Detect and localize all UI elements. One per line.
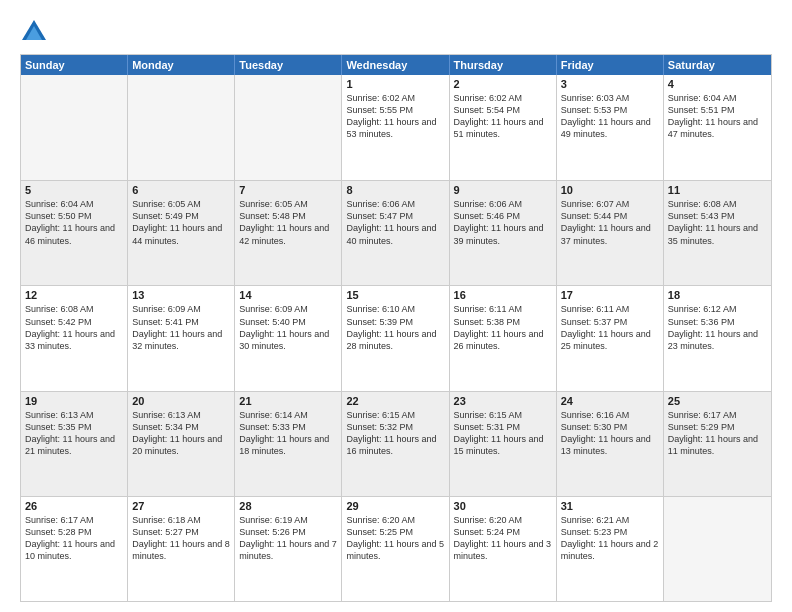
calendar-cell-3-1: 20Sunrise: 6:13 AM Sunset: 5:34 PM Dayli… bbox=[128, 392, 235, 496]
cell-info: Sunrise: 6:04 AM Sunset: 5:50 PM Dayligh… bbox=[25, 198, 123, 247]
header bbox=[20, 18, 772, 46]
day-number: 15 bbox=[346, 289, 444, 301]
calendar-header: SundayMondayTuesdayWednesdayThursdayFrid… bbox=[21, 55, 771, 75]
cell-info: Sunrise: 6:09 AM Sunset: 5:40 PM Dayligh… bbox=[239, 303, 337, 352]
cell-info: Sunrise: 6:18 AM Sunset: 5:27 PM Dayligh… bbox=[132, 514, 230, 563]
day-number: 4 bbox=[668, 78, 767, 90]
cell-info: Sunrise: 6:13 AM Sunset: 5:34 PM Dayligh… bbox=[132, 409, 230, 458]
day-number: 2 bbox=[454, 78, 552, 90]
cell-info: Sunrise: 6:06 AM Sunset: 5:46 PM Dayligh… bbox=[454, 198, 552, 247]
day-number: 22 bbox=[346, 395, 444, 407]
calendar-row-3: 19Sunrise: 6:13 AM Sunset: 5:35 PM Dayli… bbox=[21, 391, 771, 496]
calendar-cell-1-4: 9Sunrise: 6:06 AM Sunset: 5:46 PM Daylig… bbox=[450, 181, 557, 285]
day-number: 6 bbox=[132, 184, 230, 196]
day-number: 10 bbox=[561, 184, 659, 196]
cell-info: Sunrise: 6:08 AM Sunset: 5:43 PM Dayligh… bbox=[668, 198, 767, 247]
calendar-cell-4-4: 30Sunrise: 6:20 AM Sunset: 5:24 PM Dayli… bbox=[450, 497, 557, 601]
calendar-cell-4-1: 27Sunrise: 6:18 AM Sunset: 5:27 PM Dayli… bbox=[128, 497, 235, 601]
day-number: 5 bbox=[25, 184, 123, 196]
calendar-cell-4-5: 31Sunrise: 6:21 AM Sunset: 5:23 PM Dayli… bbox=[557, 497, 664, 601]
day-number: 23 bbox=[454, 395, 552, 407]
calendar-cell-4-2: 28Sunrise: 6:19 AM Sunset: 5:26 PM Dayli… bbox=[235, 497, 342, 601]
weekday-header-tuesday: Tuesday bbox=[235, 55, 342, 75]
calendar-cell-4-6 bbox=[664, 497, 771, 601]
calendar-cell-0-0 bbox=[21, 75, 128, 180]
day-number: 11 bbox=[668, 184, 767, 196]
page: SundayMondayTuesdayWednesdayThursdayFrid… bbox=[0, 0, 792, 612]
calendar-cell-2-6: 18Sunrise: 6:12 AM Sunset: 5:36 PM Dayli… bbox=[664, 286, 771, 390]
cell-info: Sunrise: 6:15 AM Sunset: 5:31 PM Dayligh… bbox=[454, 409, 552, 458]
day-number: 12 bbox=[25, 289, 123, 301]
cell-info: Sunrise: 6:11 AM Sunset: 5:38 PM Dayligh… bbox=[454, 303, 552, 352]
logo-icon bbox=[20, 18, 48, 46]
calendar-row-2: 12Sunrise: 6:08 AM Sunset: 5:42 PM Dayli… bbox=[21, 285, 771, 390]
calendar-cell-0-6: 4Sunrise: 6:04 AM Sunset: 5:51 PM Daylig… bbox=[664, 75, 771, 180]
calendar-cell-0-1 bbox=[128, 75, 235, 180]
calendar-cell-2-4: 16Sunrise: 6:11 AM Sunset: 5:38 PM Dayli… bbox=[450, 286, 557, 390]
day-number: 20 bbox=[132, 395, 230, 407]
calendar-cell-1-3: 8Sunrise: 6:06 AM Sunset: 5:47 PM Daylig… bbox=[342, 181, 449, 285]
cell-info: Sunrise: 6:21 AM Sunset: 5:23 PM Dayligh… bbox=[561, 514, 659, 563]
day-number: 21 bbox=[239, 395, 337, 407]
calendar: SundayMondayTuesdayWednesdayThursdayFrid… bbox=[20, 54, 772, 602]
day-number: 24 bbox=[561, 395, 659, 407]
day-number: 29 bbox=[346, 500, 444, 512]
calendar-body: 1Sunrise: 6:02 AM Sunset: 5:55 PM Daylig… bbox=[21, 75, 771, 601]
calendar-row-1: 5Sunrise: 6:04 AM Sunset: 5:50 PM Daylig… bbox=[21, 180, 771, 285]
cell-info: Sunrise: 6:10 AM Sunset: 5:39 PM Dayligh… bbox=[346, 303, 444, 352]
calendar-cell-3-6: 25Sunrise: 6:17 AM Sunset: 5:29 PM Dayli… bbox=[664, 392, 771, 496]
calendar-cell-0-4: 2Sunrise: 6:02 AM Sunset: 5:54 PM Daylig… bbox=[450, 75, 557, 180]
day-number: 27 bbox=[132, 500, 230, 512]
calendar-cell-2-0: 12Sunrise: 6:08 AM Sunset: 5:42 PM Dayli… bbox=[21, 286, 128, 390]
day-number: 14 bbox=[239, 289, 337, 301]
cell-info: Sunrise: 6:04 AM Sunset: 5:51 PM Dayligh… bbox=[668, 92, 767, 141]
cell-info: Sunrise: 6:08 AM Sunset: 5:42 PM Dayligh… bbox=[25, 303, 123, 352]
calendar-cell-3-4: 23Sunrise: 6:15 AM Sunset: 5:31 PM Dayli… bbox=[450, 392, 557, 496]
calendar-cell-2-2: 14Sunrise: 6:09 AM Sunset: 5:40 PM Dayli… bbox=[235, 286, 342, 390]
weekday-header-wednesday: Wednesday bbox=[342, 55, 449, 75]
calendar-cell-1-5: 10Sunrise: 6:07 AM Sunset: 5:44 PM Dayli… bbox=[557, 181, 664, 285]
calendar-cell-4-0: 26Sunrise: 6:17 AM Sunset: 5:28 PM Dayli… bbox=[21, 497, 128, 601]
cell-info: Sunrise: 6:03 AM Sunset: 5:53 PM Dayligh… bbox=[561, 92, 659, 141]
day-number: 25 bbox=[668, 395, 767, 407]
calendar-cell-1-6: 11Sunrise: 6:08 AM Sunset: 5:43 PM Dayli… bbox=[664, 181, 771, 285]
calendar-cell-1-2: 7Sunrise: 6:05 AM Sunset: 5:48 PM Daylig… bbox=[235, 181, 342, 285]
weekday-header-sunday: Sunday bbox=[21, 55, 128, 75]
cell-info: Sunrise: 6:12 AM Sunset: 5:36 PM Dayligh… bbox=[668, 303, 767, 352]
cell-info: Sunrise: 6:07 AM Sunset: 5:44 PM Dayligh… bbox=[561, 198, 659, 247]
cell-info: Sunrise: 6:20 AM Sunset: 5:25 PM Dayligh… bbox=[346, 514, 444, 563]
cell-info: Sunrise: 6:11 AM Sunset: 5:37 PM Dayligh… bbox=[561, 303, 659, 352]
cell-info: Sunrise: 6:09 AM Sunset: 5:41 PM Dayligh… bbox=[132, 303, 230, 352]
calendar-cell-0-3: 1Sunrise: 6:02 AM Sunset: 5:55 PM Daylig… bbox=[342, 75, 449, 180]
weekday-header-friday: Friday bbox=[557, 55, 664, 75]
cell-info: Sunrise: 6:02 AM Sunset: 5:55 PM Dayligh… bbox=[346, 92, 444, 141]
day-number: 9 bbox=[454, 184, 552, 196]
day-number: 28 bbox=[239, 500, 337, 512]
calendar-cell-1-0: 5Sunrise: 6:04 AM Sunset: 5:50 PM Daylig… bbox=[21, 181, 128, 285]
calendar-cell-4-3: 29Sunrise: 6:20 AM Sunset: 5:25 PM Dayli… bbox=[342, 497, 449, 601]
calendar-cell-2-1: 13Sunrise: 6:09 AM Sunset: 5:41 PM Dayli… bbox=[128, 286, 235, 390]
calendar-cell-2-3: 15Sunrise: 6:10 AM Sunset: 5:39 PM Dayli… bbox=[342, 286, 449, 390]
cell-info: Sunrise: 6:14 AM Sunset: 5:33 PM Dayligh… bbox=[239, 409, 337, 458]
calendar-row-4: 26Sunrise: 6:17 AM Sunset: 5:28 PM Dayli… bbox=[21, 496, 771, 601]
day-number: 8 bbox=[346, 184, 444, 196]
cell-info: Sunrise: 6:06 AM Sunset: 5:47 PM Dayligh… bbox=[346, 198, 444, 247]
day-number: 31 bbox=[561, 500, 659, 512]
day-number: 30 bbox=[454, 500, 552, 512]
weekday-header-monday: Monday bbox=[128, 55, 235, 75]
cell-info: Sunrise: 6:17 AM Sunset: 5:29 PM Dayligh… bbox=[668, 409, 767, 458]
cell-info: Sunrise: 6:20 AM Sunset: 5:24 PM Dayligh… bbox=[454, 514, 552, 563]
cell-info: Sunrise: 6:13 AM Sunset: 5:35 PM Dayligh… bbox=[25, 409, 123, 458]
calendar-cell-3-5: 24Sunrise: 6:16 AM Sunset: 5:30 PM Dayli… bbox=[557, 392, 664, 496]
cell-info: Sunrise: 6:05 AM Sunset: 5:49 PM Dayligh… bbox=[132, 198, 230, 247]
calendar-cell-1-1: 6Sunrise: 6:05 AM Sunset: 5:49 PM Daylig… bbox=[128, 181, 235, 285]
cell-info: Sunrise: 6:17 AM Sunset: 5:28 PM Dayligh… bbox=[25, 514, 123, 563]
calendar-cell-3-0: 19Sunrise: 6:13 AM Sunset: 5:35 PM Dayli… bbox=[21, 392, 128, 496]
cell-info: Sunrise: 6:15 AM Sunset: 5:32 PM Dayligh… bbox=[346, 409, 444, 458]
cell-info: Sunrise: 6:16 AM Sunset: 5:30 PM Dayligh… bbox=[561, 409, 659, 458]
weekday-header-saturday: Saturday bbox=[664, 55, 771, 75]
cell-info: Sunrise: 6:05 AM Sunset: 5:48 PM Dayligh… bbox=[239, 198, 337, 247]
day-number: 19 bbox=[25, 395, 123, 407]
calendar-cell-0-5: 3Sunrise: 6:03 AM Sunset: 5:53 PM Daylig… bbox=[557, 75, 664, 180]
weekday-header-thursday: Thursday bbox=[450, 55, 557, 75]
